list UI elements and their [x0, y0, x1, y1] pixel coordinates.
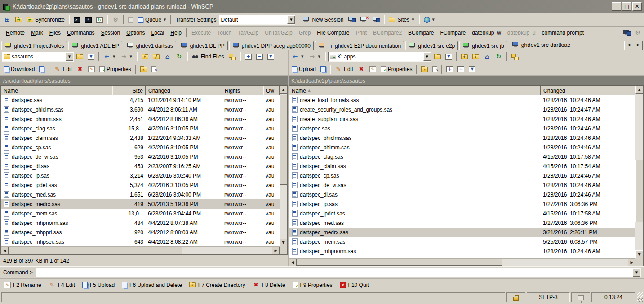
local-hscroll-thumb[interactable]: [297, 259, 502, 266]
column-header-size[interactable]: Size: [112, 86, 146, 95]
local-filter-button[interactable]: ▼: [444, 51, 454, 62]
remote-bookmark-button[interactable]: [227, 51, 238, 62]
file-row-dartspec-mem-sas[interactable]: dartspec_mem.sas5/25/2016 6:08:57 PM: [289, 237, 635, 246]
queue-button[interactable]: Queue ▼: [136, 14, 168, 25]
column-header-rights[interactable]: Rights: [222, 86, 263, 95]
tab-ghdev1-dl-pp[interactable]: ghdev1 DL PP: [178, 41, 228, 50]
remote-rename-button[interactable]: ✎: [86, 64, 97, 75]
file-row-dartspec-bhiclms-sas[interactable]: dartspec_bhiclms.sas1/28/2016 10:24:46 A…: [289, 133, 635, 143]
remote-open-directory-button[interactable]: [75, 51, 85, 62]
file-row-dartspec-bhimm-sas[interactable]: dartspec_bhimm.sas2,4514/4/2012 8:06:36 …: [1, 114, 280, 124]
tab-scroll-right-button[interactable]: ▶: [634, 41, 643, 50]
column-header-name[interactable]: Name▲: [289, 86, 541, 95]
remote-horizontal-scrollbar[interactable]: ◀ ▶: [1, 246, 280, 254]
menu-file-compare[interactable]: File Compare: [314, 28, 352, 38]
file-row-dartspec-cp-sas[interactable]: dartspec_cp.sas6294/2/2016 3:10:05 PMrwx…: [1, 143, 280, 152]
remote-home-directory-button[interactable]: ⌂: [162, 51, 173, 62]
synchronize-button[interactable]: Synchronize: [25, 14, 67, 25]
file-row-dartspec-sas[interactable]: dartspec.sas4,7151/31/2014 9:14:10 PMrwx…: [1, 95, 280, 105]
local-delete-button[interactable]: ✖: [356, 64, 367, 75]
sites-button[interactable]: Sites ▼: [387, 14, 416, 25]
column-header-name[interactable]: Name: [1, 86, 112, 95]
local-root-directory-button[interactable]: [471, 51, 481, 62]
menu-local[interactable]: Local: [148, 28, 168, 38]
local-unselect-button[interactable]: −: [456, 64, 466, 75]
file-row-dartspec-bhiclms-sas[interactable]: dartspec_bhiclms.sas3,6904/4/2012 8:06:1…: [1, 105, 280, 114]
local-vscroll-track[interactable]: [635, 94, 643, 250]
remote-selection-filter-button[interactable]: ▼: [266, 51, 276, 62]
tab-ghdev1-src-e2p[interactable]: ghdev1 src e2p: [405, 41, 458, 50]
file-row-dartspec-med-sas[interactable]: dartspec_med.sas1,6516/23/2016 3:04:00 P…: [1, 190, 280, 199]
file-row-dartspec-mhpnorm-sas[interactable]: dartspec_mhpnorm.sas4844/4/2012 8:07:38 …: [1, 218, 280, 228]
file-row-dartspec-de-vi-sas[interactable]: dartspec_de_vi.sas1/28/2016 10:24:46 AM: [289, 180, 635, 190]
column-header-ow[interactable]: Ow: [263, 86, 280, 95]
remote-directory-combo[interactable]: sasautos ▼: [2, 52, 74, 62]
local-back-button[interactable]: ←▼: [290, 51, 306, 62]
menu-options[interactable]: Options: [123, 28, 148, 38]
local-horizontal-scrollbar[interactable]: ◀ ▶: [289, 258, 635, 266]
remote-hscroll-track[interactable]: [9, 247, 272, 254]
close-button[interactable]: ✕: [632, 2, 642, 11]
menu-help[interactable]: Help: [167, 28, 185, 38]
file-row-dartspec-med-sas[interactable]: dartspec_med.sas1/27/2016 3:06:36 PM: [289, 218, 635, 228]
local-open-directory-button[interactable]: [432, 51, 443, 62]
file-row-dartspec-bhimm-sas[interactable]: dartspec_bhimm.sas1/28/2016 10:24:46 AM: [289, 143, 635, 152]
local-new-file-button[interactable]: [431, 64, 439, 75]
fkey-f4-edit[interactable]: ✎F4 Edit: [49, 282, 75, 289]
local-rename-button[interactable]: ✎: [368, 64, 378, 75]
column-header-changed[interactable]: Changed: [541, 86, 635, 95]
tab-ghdev1-src-dartloac[interactable]: ghdev1 src dartloac: [509, 40, 573, 50]
scroll-down-arrow-icon[interactable]: ▼: [635, 250, 643, 258]
remote-root-directory-button[interactable]: [151, 51, 161, 62]
download-and-delete-button[interactable]: [37, 64, 46, 75]
local-properties-button[interactable]: Properties: [379, 64, 414, 75]
download-button[interactable]: Download: [2, 64, 36, 75]
scroll-down-arrow-icon[interactable]: ▼: [280, 239, 287, 246]
menu-files[interactable]: Files: [46, 28, 64, 38]
preferences-button[interactable]: ⚙: [110, 14, 121, 25]
upload-and-delete-button[interactable]: [319, 64, 328, 75]
save-session-button[interactable]: [370, 14, 382, 25]
file-row-dartspec-di-sas[interactable]: dartspec_di.sas1/28/2016 10:24:46 AM: [289, 190, 635, 199]
remote-new-folder-button[interactable]: [138, 64, 149, 75]
toggle-panels-button[interactable]: ⊞: [2, 14, 13, 25]
file-row-dartspec-mem-sas[interactable]: dartspec_mem.sas13,0...6/23/2016 3:04:44…: [1, 209, 280, 218]
session-shortcut-icon[interactable]: [623, 30, 631, 36]
menu-command-prompt[interactable]: command prompt: [539, 28, 587, 38]
remote-vscroll-track[interactable]: [280, 94, 287, 239]
queue-list-button[interactable]: [126, 14, 135, 25]
scroll-left-arrow-icon[interactable]: ◀: [1, 247, 9, 255]
menu-mark[interactable]: Mark: [28, 28, 46, 38]
scroll-right-arrow-icon[interactable]: ▶: [272, 247, 280, 255]
tab-ghdev1-adl-ep[interactable]: ghdev1 ADL EP: [68, 41, 122, 50]
remote-directory-dropdown[interactable]: ▼: [66, 53, 73, 61]
local-select-button[interactable]: +: [444, 64, 455, 75]
open-terminal-button[interactable]: >_: [72, 14, 82, 25]
status-lock-segment[interactable]: [506, 292, 525, 302]
local-drive-dropdown[interactable]: ▼: [423, 53, 431, 61]
local-edit-button[interactable]: ✎ Edit: [333, 64, 355, 75]
remote-refresh-button[interactable]: ↻: [174, 51, 185, 62]
file-row-create-subplan-dirs-sas[interactable]: create_subplan_dirs.sas1/28/2016 10:24:4…: [289, 114, 635, 124]
remote-hscroll-thumb[interactable]: [9, 247, 182, 254]
scroll-right-arrow-icon[interactable]: ▶: [628, 259, 635, 266]
file-row-dartspec-claim-sas[interactable]: dartspec_claim.sas4/15/2016 10:17:54 AM: [289, 161, 635, 171]
command-input[interactable]: [36, 268, 633, 277]
remote-properties-button[interactable]: Properties: [98, 64, 133, 75]
local-hscroll-track[interactable]: [297, 259, 628, 266]
maximize-button[interactable]: □: [622, 2, 631, 11]
tab-ghdev1-dpp-aceg-ag500000[interactable]: ghdev1 DPP aceg ag500000: [229, 41, 314, 50]
fkey-f10-quit[interactable]: ×F10 Quit: [340, 282, 369, 288]
refresh-panels-button[interactable]: ↻: [94, 14, 105, 25]
upload-button[interactable]: Upload: [290, 64, 318, 75]
file-row-dartspec-ip-sas[interactable]: dartspec_ip.sas1/27/2016 3:06:36 PM: [289, 199, 635, 209]
file-row-dartspec-medrx-sas[interactable]: dartspec_medrx.sas4195/3/2013 5:19:36 PM…: [1, 199, 280, 209]
transfer-settings-combo[interactable]: Default ▼: [219, 15, 295, 25]
local-home-directory-button[interactable]: ⌂: [482, 51, 493, 62]
menu-session[interactable]: Session: [98, 28, 123, 38]
remote-vertical-scrollbar[interactable]: ▲ ▼: [280, 86, 287, 254]
remote-select-button[interactable]: +: [243, 51, 253, 62]
file-row-dartspec-ipdet-sas[interactable]: dartspec_ipdet.sas5,3744/2/2016 3:10:05 …: [1, 180, 280, 190]
new-session-button[interactable]: New Session: [301, 14, 345, 25]
remote-forward-button[interactable]: →▼: [118, 51, 134, 62]
